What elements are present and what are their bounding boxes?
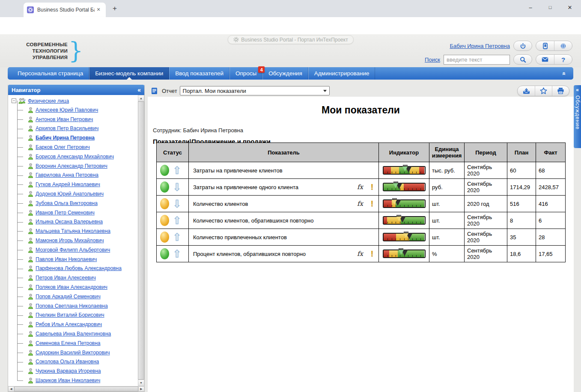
person-link[interactable]: Гутков Андрей Николаевич (36, 181, 100, 187)
help-buttons: ? (536, 54, 572, 65)
sidebar-vertical-scrollbar[interactable]: ▲ ▼ (138, 95, 144, 386)
kpi-table: СтатусПоказательИндикаторЕдиница измерен… (156, 143, 566, 262)
sidebar-collapse-icon[interactable]: « (137, 86, 141, 93)
person-link[interactable]: Воронин Александр Петрович (36, 163, 107, 169)
person-link[interactable]: Барков Олег Петрович (36, 144, 90, 150)
kpi-row: ⇩Затраты на привлечение одного клиентаfx… (157, 179, 566, 196)
tab-title: Business Studio Portal Бабич Ир (37, 7, 95, 13)
person-tree-item: Борисов Александр Михайлович (12, 152, 138, 161)
sidebar-horizontal-scrollbar[interactable]: ◀ ▶ (8, 386, 144, 392)
person-link[interactable]: Чуркина Варвара Игоревна (36, 368, 101, 374)
person-link[interactable]: Гаврилова Анна Петровна (36, 172, 98, 178)
mobile-version-button[interactable] (536, 41, 554, 50)
window-close-button[interactable]: ✕ (560, 0, 580, 15)
browser-titlebar: Business Studio Portal Бабич Ир × + – □ … (0, 0, 581, 17)
person-link[interactable]: Зубова Ольга Викторовна (36, 200, 98, 206)
nav-tab-business-model[interactable]: Бизнес-модель компании (89, 67, 169, 80)
scroll-left-icon[interactable]: ◀ (8, 386, 14, 392)
formula-fx-icon: fx (357, 250, 363, 258)
tree-expander-icon[interactable]: − (12, 98, 16, 103)
discussion-panel-tab[interactable]: « Обсуждение (574, 85, 581, 148)
person-tree-item: Додонов Юрий Анатольевич (12, 189, 138, 199)
person-icon (28, 116, 33, 122)
person-link[interactable]: Бабич Ирина Петровна (36, 135, 95, 141)
person-link[interactable]: Попова Светлана Николаевна (36, 303, 108, 309)
report-selector[interactable]: Портал. Мои показатели (180, 86, 330, 95)
tree-root-link[interactable]: Физические лица (28, 98, 69, 104)
person-link[interactable]: Павлов Иван Николаевич (36, 256, 97, 262)
person-link[interactable]: Савельева Инна Валентиновна (36, 331, 111, 337)
status-green-icon (160, 248, 169, 259)
person-icon (28, 210, 33, 216)
person-link[interactable]: Мальцева Татьяна Николаевна (36, 228, 110, 234)
person-link[interactable]: Борисов Александр Михайлович (36, 154, 114, 160)
scroll-right-icon[interactable]: ▶ (138, 386, 144, 392)
person-link[interactable]: Алексеев Юрий Павлович (36, 107, 98, 113)
export-button[interactable] (518, 86, 535, 96)
person-link[interactable]: Поляков Иван Александрович (36, 284, 107, 290)
search-button[interactable] (513, 54, 532, 65)
person-icon (28, 125, 33, 131)
person-link[interactable]: Соколова Ольга Ивановна (36, 359, 99, 365)
person-link[interactable]: Семенова Елена Петровна (36, 340, 101, 346)
person-link[interactable]: Парфенова Любовь Александровна (36, 265, 122, 271)
person-icon (28, 359, 33, 365)
logout-button[interactable] (513, 41, 532, 51)
browser-tab[interactable]: Business Studio Portal Бабич Ир × (24, 3, 106, 17)
person-link[interactable]: Пчелкин Виталий Борисович (36, 312, 104, 318)
help-button[interactable]: ? (554, 55, 572, 64)
feedback-button[interactable] (536, 55, 554, 64)
nav-tab-personal[interactable]: Персональная страница (12, 67, 89, 80)
favorite-button[interactable] (535, 86, 552, 96)
window-maximize-button[interactable]: □ (540, 0, 560, 15)
person-link[interactable]: Петров Иван Алексеевич (36, 275, 96, 281)
new-tab-button[interactable]: + (110, 4, 119, 13)
person-link[interactable]: Додонов Юрий Анатольевич (36, 191, 104, 197)
person-link[interactable]: Антонов Иван Петрович (36, 116, 93, 122)
person-tree-item: Чуркина Варвара Игоревна (12, 366, 138, 376)
nav-tab-discussions[interactable]: Обсуждения (262, 67, 308, 80)
person-tree-item: Зубова Ольга Викторовна (12, 199, 138, 208)
search-link[interactable]: Поиск (425, 56, 440, 63)
person-link[interactable]: Сидоркин Василий Викторович (36, 350, 110, 356)
close-tab-icon[interactable]: × (95, 6, 102, 14)
person-link[interactable]: Мозговой Филипп Альбертович (36, 247, 110, 253)
person-link[interactable]: Мамонов Игорь Михайлович (36, 238, 104, 244)
logo-line-3: УПРАВЛЕНИЯ (12, 54, 68, 61)
person-icon (28, 340, 33, 346)
person-tree-item: Поляков Иван Александрович (12, 282, 138, 292)
search-input[interactable] (444, 55, 510, 65)
nav-tab-data-entry[interactable]: Ввод показателей (169, 67, 229, 80)
person-link[interactable]: Архипов Петр Васильевич (36, 125, 98, 131)
mail-icon (542, 57, 548, 62)
nav-collapse-button[interactable]: « (555, 67, 573, 80)
person-link[interactable]: Шариков Иван Николаевич (36, 377, 100, 383)
person-tree: − Физические лица Алексеев Юрий Павлович… (8, 95, 138, 386)
nav-tab-surveys[interactable]: Опросы4 (229, 67, 262, 80)
nav-tab-administration[interactable]: Администрирование (308, 67, 375, 80)
scroll-up-icon[interactable]: ▲ (138, 95, 144, 101)
language-button[interactable] (554, 41, 572, 50)
person-link[interactable]: Попов Аркадий Семенович (36, 294, 101, 300)
trend-up-icon: ⇧ (173, 249, 182, 258)
scroll-down-icon[interactable]: ▼ (138, 380, 144, 386)
unit-cell: % (429, 246, 465, 262)
person-tree-item: Парфенова Любовь Александровна (12, 264, 138, 273)
user-profile-link[interactable]: Бабич Ирина Петровна (450, 43, 510, 49)
indicator-gauge-cell (379, 212, 429, 229)
kpi-column-header: Единица измерения (429, 143, 465, 162)
vertical-scroll-thumb[interactable] (138, 101, 144, 380)
window-minimize-button[interactable]: – (521, 0, 540, 15)
person-link[interactable]: Ильина Оксана Валерьевна (36, 219, 103, 225)
print-button[interactable] (552, 86, 569, 96)
horizontal-scroll-thumb[interactable] (14, 386, 138, 392)
logo-line-2: ТЕХНОЛОГИИ (12, 48, 68, 54)
person-link[interactable]: Рябов Илья Александрович (36, 321, 102, 327)
formula-fx-icon: fx (357, 183, 363, 191)
person-tree-item: Павлов Иван Николаевич (12, 255, 138, 264)
indicator-gauge-cell (379, 179, 429, 196)
person-link[interactable]: Иванов Петр Семенович (36, 210, 95, 216)
indicator-name: Количество привлеченных клиентов (193, 234, 287, 241)
person-tree-item: Мозговой Филипп Альбертович (12, 245, 138, 255)
indicator-name-cell: Количество клиентов, обратившихся повтор… (189, 212, 379, 229)
